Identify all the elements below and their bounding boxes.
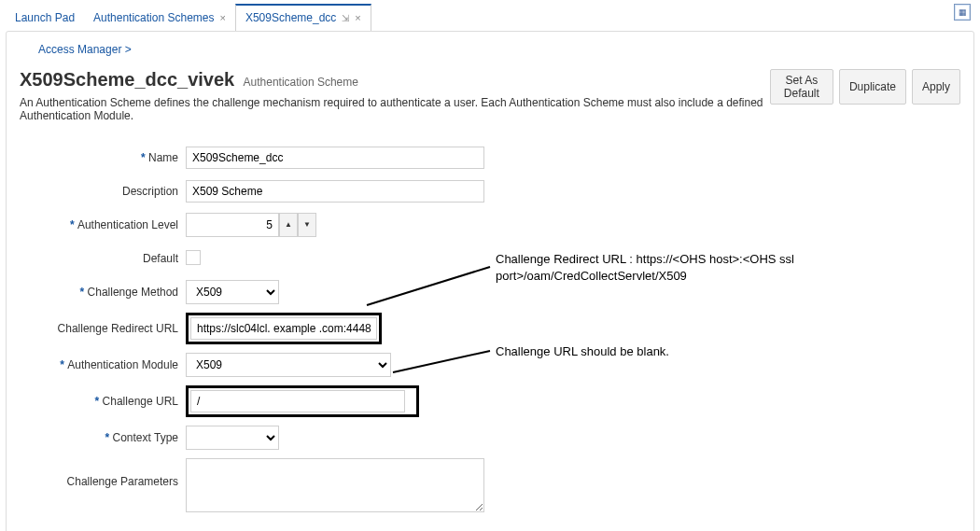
auth-level-input[interactable]: [186, 213, 279, 237]
tab-launch-pad[interactable]: Launch Pad: [6, 6, 84, 31]
tab-label: X509Scheme_dcc: [245, 11, 336, 24]
pin-icon[interactable]: ⇲: [342, 13, 349, 23]
spinner-up-icon[interactable]: ▲: [279, 213, 298, 237]
action-buttons: Set As Default Duplicate Apply: [770, 69, 960, 105]
set-as-default-button[interactable]: Set As Default: [770, 69, 833, 105]
description-input[interactable]: [186, 180, 484, 203]
challenge-method-label: Challenge Method: [20, 286, 186, 299]
default-checkbox[interactable]: [186, 250, 201, 265]
tab-label: Launch Pad: [15, 11, 75, 24]
context-type-label: Context Type: [20, 431, 186, 444]
challenge-redirect-url-label: Challenge Redirect URL: [20, 322, 186, 335]
challenge-method-select[interactable]: X509: [186, 280, 279, 304]
default-label: Default: [20, 252, 186, 265]
challenge-params-label: Challenge Parameters: [20, 458, 186, 488]
name-input[interactable]: [186, 147, 484, 169]
annotation-blank: Challenge URL should be blank.: [496, 343, 669, 360]
context-type-select[interactable]: [186, 426, 279, 450]
page-description: An Authentication Scheme defines the cha…: [20, 96, 770, 122]
challenge-url-input[interactable]: [190, 390, 405, 412]
tab-label: Authentication Schemes: [93, 11, 214, 24]
challenge-url-label: Challenge URL: [20, 395, 186, 408]
challenge-params-textarea[interactable]: [186, 458, 484, 512]
auth-level-label: Authentication Level: [20, 218, 186, 231]
page-title: X509Scheme_dcc_vivek: [20, 69, 234, 90]
auth-module-select[interactable]: X509: [186, 353, 391, 377]
challenge-redirect-url-highlight: [186, 313, 382, 344]
duplicate-button[interactable]: Duplicate: [839, 69, 906, 105]
page-subtitle: Authentication Scheme: [244, 76, 358, 89]
tab-x509scheme-dcc[interactable]: X509Scheme_dcc ⇲ ×: [235, 4, 371, 32]
annotation-redirect: Challenge Redirect URL : https://<OHS ho…: [496, 251, 794, 284]
apply-button[interactable]: Apply: [912, 69, 960, 105]
auth-module-label: Authentication Module: [20, 358, 186, 371]
calendar-icon[interactable]: ▦: [954, 4, 971, 21]
name-label: Name: [20, 151, 186, 164]
close-icon[interactable]: ×: [219, 12, 225, 23]
spinner-down-icon[interactable]: ▼: [298, 213, 316, 237]
close-icon[interactable]: ×: [355, 12, 360, 23]
description-label: Description: [20, 185, 186, 198]
tab-authentication-schemes[interactable]: Authentication Schemes ×: [84, 6, 235, 31]
auth-scheme-form: Name Description Authentication Level ▲ …: [20, 145, 960, 515]
challenge-redirect-url-input[interactable]: [190, 317, 377, 340]
challenge-url-highlight: [186, 385, 419, 417]
breadcrumb[interactable]: Access Manager >: [38, 43, 960, 56]
